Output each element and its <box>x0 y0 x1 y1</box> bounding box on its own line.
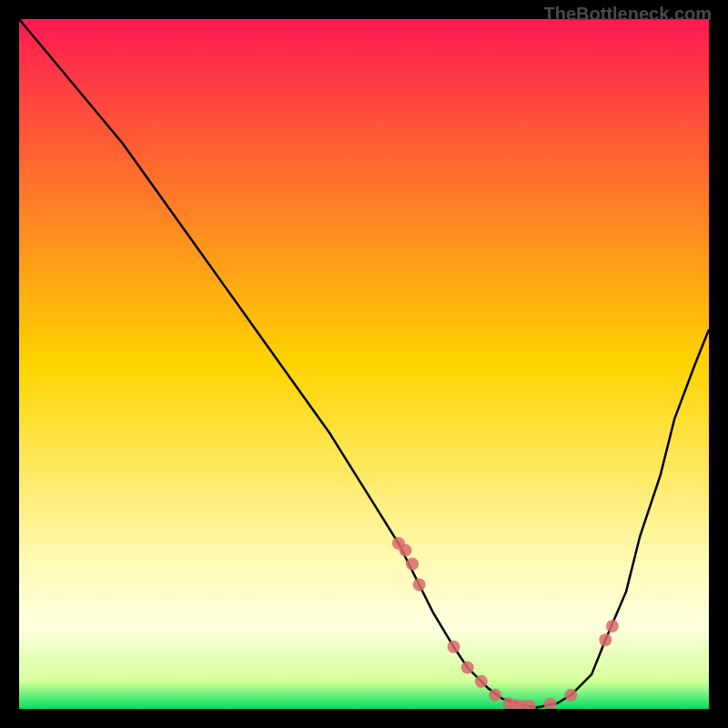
data-marker <box>448 641 460 653</box>
data-marker <box>544 698 557 709</box>
data-marker <box>599 633 612 646</box>
data-marker <box>606 620 619 632</box>
data-marker <box>461 662 474 674</box>
data-marker <box>399 544 411 557</box>
chart-curve-layer <box>19 19 709 709</box>
data-markers <box>392 537 619 709</box>
bottleneck-curve <box>19 19 709 707</box>
data-marker <box>564 689 577 702</box>
data-marker <box>489 689 501 702</box>
chart-container <box>19 19 709 709</box>
watermark-text: TheBottleneck.com <box>544 4 712 25</box>
data-marker <box>475 675 488 688</box>
data-marker <box>406 558 419 571</box>
data-marker <box>413 579 426 592</box>
